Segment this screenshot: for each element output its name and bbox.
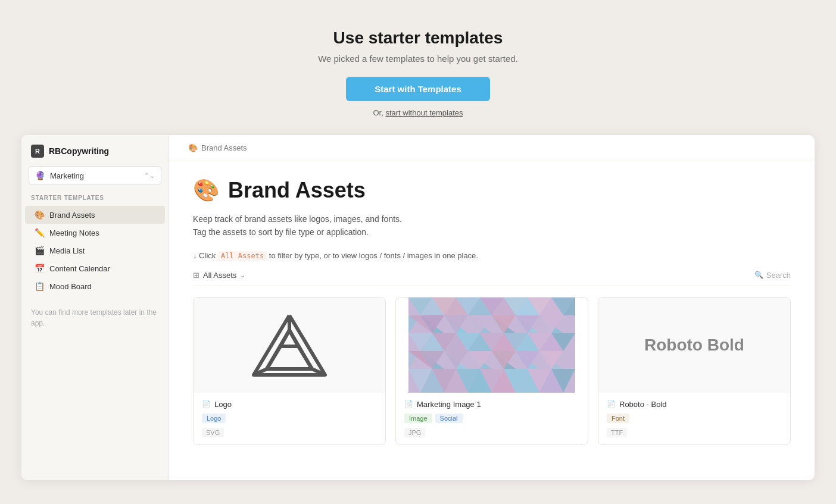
tag-logo[interactable]: Logo [202,414,226,423]
search-area[interactable]: 🔍 Search [754,271,791,280]
description-line2: Tag the assets to sort by file type or a… [193,226,791,239]
card-logo[interactable]: 📄 Logo Logo SVG [193,297,386,445]
workspace-icon: R [31,145,44,158]
sidebar-footer: You can find more templates later in the… [21,307,169,328]
tag-image[interactable]: Image [404,414,432,423]
space-dropdown[interactable]: 🔮 Marketing ⌃⌄ [29,166,161,185]
start-templates-button[interactable]: Start with Templates [346,77,490,101]
svg-line-3 [280,330,289,346]
page-title-emoji: 🎨 [193,178,220,203]
breadcrumb-text: Brand Assets [201,143,247,152]
sidebar-item-mood-board[interactable]: 📋 Mood Board [25,277,165,295]
hint-highlight[interactable]: All Assets [218,251,267,261]
grid-icon: ⊞ [193,271,199,280]
tag-font[interactable]: Font [607,414,629,423]
dropdown-label: Marketing [50,171,84,180]
description-line1: Keep track of brand assets like logos, i… [193,212,791,226]
hint-suffix: to filter by type, or to view logos / fo… [269,251,478,260]
card-font-format: TTF [607,428,627,437]
page-title-row: 🎨 Brand Assets [193,178,791,203]
workspace-name: RBCopywriting [49,146,109,156]
banner-title: Use starter templates [12,29,824,48]
card-font-name: Roboto - Bold [619,400,667,409]
card-marketing-format: JPG [404,428,425,437]
sidebar-item-media-list[interactable]: 🎬 Media List [25,242,165,259]
dropdown-left: 🔮 Marketing [35,171,84,180]
page-title: Brand Assets [228,178,366,203]
card-marketing-thumbnail [396,298,588,393]
meeting-notes-icon: ✏️ [35,228,45,237]
card-logo-info: 📄 Logo Logo SVG [194,393,385,444]
filter-caret-icon: ⌄ [240,271,245,279]
gallery-grid: 📄 Logo Logo SVG [193,297,791,445]
banner-subtitle: We picked a few templates to help you ge… [12,54,824,64]
filter-bar: ⊞ All Assets ⌄ 🔍 Search [193,271,791,286]
card-marketing-image[interactable]: 📄 Marketing Image 1 Image Social JPG [395,297,588,445]
skip-link-row: Or, start without templates [12,108,824,117]
card-font[interactable]: Roboto Bold 📄 Roboto - Bold Font TTF [598,297,791,445]
sidebar: R RBCopywriting 🔮 Marketing ⌃⌄ STARTER T… [21,135,169,480]
card-logo-name-row: 📄 Logo [202,400,377,409]
sidebar-item-content-calendar[interactable]: 📅 Content Calendar [25,259,165,277]
sidebar-label-content-calendar: Content Calendar [49,264,110,273]
workspace-header: R RBCopywriting [21,145,169,166]
hint-text: ↓ Click All Assets to filter by type, or… [193,251,791,260]
content-calendar-icon: 📅 [35,264,45,273]
card-font-info: 📄 Roboto - Bold Font TTF [598,393,790,444]
logo-svg-container [194,298,385,393]
card-marketing-name: Marketing Image 1 [417,400,481,409]
page-description: Keep track of brand assets like logos, i… [193,212,791,239]
sidebar-label-meeting-notes: Meeting Notes [49,228,99,237]
svg-line-4 [289,330,298,346]
card-logo-file-icon: 📄 [202,400,211,408]
sidebar-label-media-list: Media List [49,246,85,255]
card-logo-format: SVG [202,428,224,437]
media-list-icon: 🎬 [35,246,45,255]
card-font-name-row: 📄 Roboto - Bold [607,400,782,409]
card-marketing-tags: Image Social [404,414,579,423]
sidebar-label-mood-board: Mood Board [49,282,92,291]
card-font-tags: Font [607,414,782,423]
card-logo-name: Logo [214,400,232,409]
sidebar-item-meeting-notes[interactable]: ✏️ Meeting Notes [25,224,165,242]
mood-board-icon: 📋 [35,281,45,291]
font-display-text: Roboto Bold [644,336,744,355]
sidebar-label-brand-assets: Brand Assets [49,211,95,220]
filter-label: All Assets [203,271,236,280]
hint-prefix: ↓ Click [193,251,216,260]
sidebar-item-brand-assets[interactable]: 🎨 Brand Assets [25,206,165,224]
card-font-file-icon: 📄 [607,400,616,408]
top-banner: Use starter templates We picked a few te… [0,0,836,135]
card-logo-tags: Logo [202,414,377,423]
chevron-down-icon: ⌃⌄ [144,172,155,180]
section-label: STARTER TEMPLATES [21,195,169,206]
brand-assets-icon: 🎨 [35,210,45,220]
search-label: Search [766,271,791,280]
skip-link[interactable]: start without templates [385,108,463,117]
main-container: R RBCopywriting 🔮 Marketing ⌃⌄ STARTER T… [21,135,815,480]
tag-social[interactable]: Social [435,414,463,423]
geometric-pattern [396,298,588,393]
card-marketing-file-icon: 📄 [404,400,413,408]
filter-selector[interactable]: ⊞ All Assets ⌄ [193,271,245,280]
card-marketing-info: 📄 Marketing Image 1 Image Social JPG [396,393,588,444]
card-marketing-name-row: 📄 Marketing Image 1 [404,400,579,409]
content-body: 🎨 Brand Assets Keep track of brand asset… [169,161,815,480]
skip-prefix: Or, [373,108,383,117]
card-logo-thumbnail [194,298,385,393]
main-content: 🎨 Brand Assets 🎨 Brand Assets Keep track… [169,135,815,480]
card-font-thumbnail: Roboto Bold [598,298,790,393]
search-icon: 🔍 [754,271,763,279]
dropdown-emoji: 🔮 [35,171,45,180]
breadcrumb-icon: 🎨 [188,143,198,152]
breadcrumb: 🎨 Brand Assets [169,135,815,161]
